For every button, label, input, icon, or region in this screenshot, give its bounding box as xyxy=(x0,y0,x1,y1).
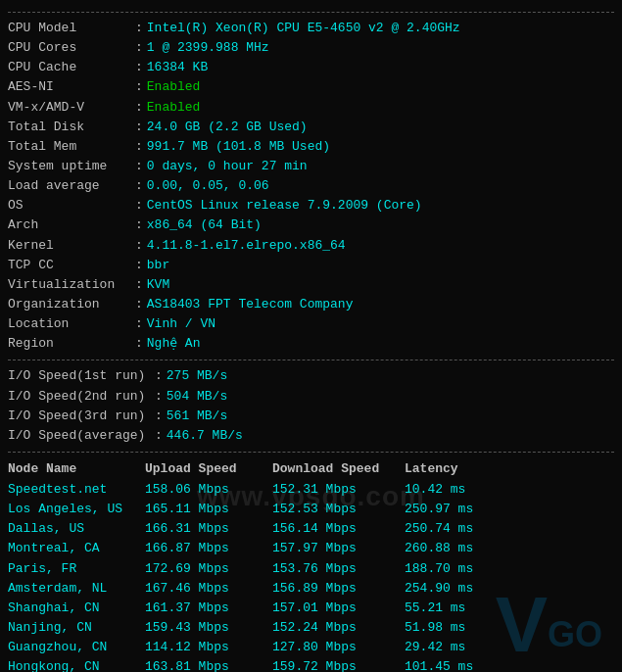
td-node: Los Angeles, US xyxy=(8,500,145,519)
row-value: Vinh / VN xyxy=(147,314,215,334)
system-info-row: System uptime : 0 days, 0 hour 27 min xyxy=(8,157,614,176)
row-colon: : xyxy=(135,137,143,157)
network-table-row: Amsterdam, NL 167.46 Mbps 156.89 Mbps 25… xyxy=(8,579,614,599)
io-colon: : xyxy=(155,387,163,407)
row-value: KVM xyxy=(147,275,169,295)
io-speed-section: I/O Speed(1st run) : 275 MB/s I/O Speed(… xyxy=(8,366,614,446)
network-table-row: Dallas, US 166.31 Mbps 156.14 Mbps 250.7… xyxy=(8,519,614,539)
row-label: Location xyxy=(8,314,135,334)
row-value: 991.7 MB (101.8 MB Used) xyxy=(147,137,330,157)
td-latency: 260.88 ms xyxy=(405,539,483,558)
io-speed-row: I/O Speed(1st run) : 275 MB/s xyxy=(8,366,614,386)
th-download: Download Speed xyxy=(272,458,405,480)
row-colon: : xyxy=(135,236,143,256)
td-latency: 188.70 ms xyxy=(405,559,483,579)
row-colon: : xyxy=(135,98,143,118)
network-table-row: Nanjing, CN 159.43 Mbps 152.24 Mbps 51.9… xyxy=(8,618,614,638)
row-label: Arch xyxy=(8,216,135,235)
td-latency: 55.21 ms xyxy=(405,599,483,618)
row-colon: : xyxy=(135,196,143,216)
row-value: Nghệ An xyxy=(147,334,201,354)
row-label: Region xyxy=(8,334,135,354)
row-colon: : xyxy=(135,256,143,275)
io-speed-row: I/O Speed(3rd run) : 561 MB/s xyxy=(8,407,614,426)
row-colon: : xyxy=(135,157,143,176)
row-label: OS xyxy=(8,196,135,216)
network-table-row: Shanghai, CN 161.37 Mbps 157.01 Mbps 55.… xyxy=(8,599,614,618)
row-colon: : xyxy=(135,38,143,58)
mid-divider-1 xyxy=(8,360,614,360)
io-label: I/O Speed(3rd run) xyxy=(8,407,155,426)
td-node: Hongkong, CN xyxy=(8,657,145,672)
network-table-row: Los Angeles, US 165.11 Mbps 152.53 Mbps … xyxy=(8,500,614,519)
mid-divider-2 xyxy=(8,452,614,453)
system-info-row: Arch : x86_64 (64 Bit) xyxy=(8,216,614,235)
row-value: AS18403 FPT Telecom Company xyxy=(147,295,354,314)
row-colon: : xyxy=(135,58,143,77)
io-colon: : xyxy=(155,407,163,426)
row-colon: : xyxy=(135,77,143,97)
td-download: 156.89 Mbps xyxy=(272,579,405,599)
network-table-row: Paris, FR 172.69 Mbps 153.76 Mbps 188.70… xyxy=(8,559,614,579)
row-label: VM-x/AMD-V xyxy=(8,98,135,118)
row-value: 0 days, 0 hour 27 min xyxy=(147,157,308,176)
row-value: Enabled xyxy=(147,98,201,118)
row-colon: : xyxy=(135,118,143,137)
system-info-row: Region : Nghệ An xyxy=(8,334,614,354)
td-upload: 114.12 Mbps xyxy=(145,638,272,657)
row-label: System uptime xyxy=(8,157,135,176)
network-table-row: Hongkong, CN 163.81 Mbps 159.72 Mbps 101… xyxy=(8,657,614,672)
td-download: 127.80 Mbps xyxy=(272,638,405,657)
system-info-row: AES-NI : Enabled xyxy=(8,77,614,97)
system-info-row: Virtualization : KVM xyxy=(8,275,614,295)
td-upload: 161.37 Mbps xyxy=(145,599,272,618)
row-label: Total Disk xyxy=(8,118,135,137)
io-label: I/O Speed(average) xyxy=(8,426,155,446)
row-label: CPU Cache xyxy=(8,58,135,77)
io-speed-row: I/O Speed(average) : 446.7 MB/s xyxy=(8,426,614,446)
td-download: 156.14 Mbps xyxy=(272,519,405,539)
io-label: I/O Speed(1st run) xyxy=(8,366,155,386)
th-latency: Latency xyxy=(405,458,483,480)
network-table-row: Montreal, CA 166.87 Mbps 157.97 Mbps 260… xyxy=(8,539,614,558)
td-node: Amsterdam, NL xyxy=(8,579,145,599)
system-info-row: OS : CentOS Linux release 7.9.2009 (Core… xyxy=(8,196,614,216)
td-latency: 51.98 ms xyxy=(405,618,483,638)
row-label: Organization xyxy=(8,295,135,314)
row-colon: : xyxy=(135,216,143,235)
row-value: bbr xyxy=(147,256,169,275)
td-upload: 159.43 Mbps xyxy=(145,618,272,638)
row-colon: : xyxy=(135,314,143,334)
network-table-section: Node Name Upload Speed Download Speed La… xyxy=(8,458,614,672)
td-latency: 101.45 ms xyxy=(405,657,483,672)
row-label: Kernel xyxy=(8,236,135,256)
row-colon: : xyxy=(135,176,143,196)
row-colon: : xyxy=(135,295,143,314)
td-upload: 166.31 Mbps xyxy=(145,519,272,539)
io-value: 275 MB/s xyxy=(167,366,227,386)
td-latency: 254.90 ms xyxy=(405,579,483,599)
row-label: TCP CC xyxy=(8,256,135,275)
td-latency: 250.74 ms xyxy=(405,519,483,539)
row-label: CPU Model xyxy=(8,19,135,38)
td-upload: 163.81 Mbps xyxy=(145,657,272,672)
td-node: Dallas, US xyxy=(8,519,145,539)
system-info-row: Location : Vinh / VN xyxy=(8,314,614,334)
io-speed-row: I/O Speed(2nd run) : 504 MB/s xyxy=(8,387,614,407)
row-value: CentOS Linux release 7.9.2009 (Core) xyxy=(147,196,422,216)
td-download: 157.97 Mbps xyxy=(272,539,405,558)
td-download: 153.76 Mbps xyxy=(272,559,405,579)
table-header: Node Name Upload Speed Download Speed La… xyxy=(8,458,614,480)
th-node: Node Name xyxy=(8,458,145,480)
td-download: 159.72 Mbps xyxy=(272,657,405,672)
td-latency: 29.42 ms xyxy=(405,638,483,657)
td-node: Paris, FR xyxy=(8,559,145,579)
system-info-row: Load average : 0.00, 0.05, 0.06 xyxy=(8,176,614,196)
td-latency: 10.42 ms xyxy=(405,480,483,500)
row-value: 0.00, 0.05, 0.06 xyxy=(147,176,269,196)
row-label: Load average xyxy=(8,176,135,196)
io-value: 504 MB/s xyxy=(167,387,227,407)
td-upload: 165.11 Mbps xyxy=(145,500,272,519)
row-value: 16384 KB xyxy=(147,58,208,77)
system-info-row: Total Disk : 24.0 GB (2.2 GB Used) xyxy=(8,118,614,137)
